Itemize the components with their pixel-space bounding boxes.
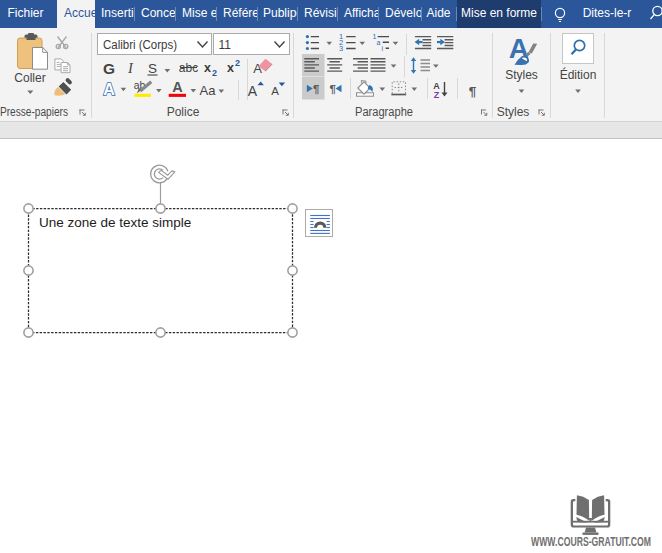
- svg-text:S: S: [148, 61, 157, 76]
- svg-text:A: A: [103, 81, 115, 98]
- svg-text:x: x: [204, 61, 211, 75]
- svg-text:2: 2: [235, 58, 240, 68]
- svg-text:Presse-papiers: Presse-papiers: [0, 105, 68, 119]
- svg-text:2: 2: [212, 68, 217, 78]
- svg-text:¶: ¶: [329, 83, 336, 95]
- svg-text:3: 3: [339, 44, 343, 53]
- svg-text:Z: Z: [434, 90, 440, 100]
- svg-text:A: A: [271, 85, 279, 97]
- svg-text:¶: ¶: [313, 83, 320, 95]
- svg-text:G: G: [103, 60, 115, 77]
- svg-text:A: A: [253, 61, 262, 76]
- svg-text:¶: ¶: [469, 84, 477, 99]
- svg-text:A: A: [172, 79, 183, 95]
- svg-text:Calibri (Corps): Calibri (Corps): [103, 38, 177, 52]
- svg-text:a: a: [376, 39, 380, 46]
- svg-text:11: 11: [219, 38, 232, 52]
- svg-text:Paragraphe: Paragraphe: [355, 105, 413, 119]
- svg-text:Coller: Coller: [14, 71, 45, 85]
- svg-text:I: I: [127, 60, 134, 76]
- svg-text:Police: Police: [167, 105, 200, 119]
- svg-text:Styles: Styles: [497, 105, 530, 119]
- svg-text:x: x: [227, 61, 234, 75]
- svg-text:A: A: [248, 83, 258, 99]
- svg-text:Édition: Édition: [560, 67, 597, 82]
- svg-text:i: i: [382, 45, 384, 52]
- svg-text:Styles: Styles: [505, 68, 538, 82]
- svg-text:Aa: Aa: [200, 83, 217, 98]
